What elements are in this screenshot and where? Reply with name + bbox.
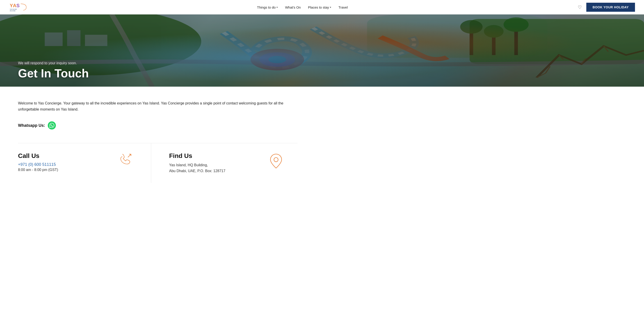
hero-subtitle: We will respond to your inquiry soon.: [18, 61, 89, 65]
whatsapp-label: Whatsapp Us:: [18, 123, 45, 128]
chevron-down-icon: ▾: [276, 6, 278, 9]
whatsapp-row: Whatsapp Us:: [18, 121, 298, 130]
location-icon-wrap: [268, 152, 284, 169]
hero-section: We will respond to your inquiry soon. Ge…: [0, 15, 644, 87]
phone-icon: [117, 153, 133, 169]
call-us-card: Call Us +971 (0) 600 511115 8:00 am - 8:…: [18, 143, 151, 183]
business-hours: 8:00 am - 8:00 pm (GST): [18, 168, 110, 172]
nav-things-to-do[interactable]: Things to do ▾: [257, 6, 278, 9]
svg-text:YAS ISLAND: YAS ISLAND: [10, 9, 17, 10]
svg-point-21: [274, 158, 278, 162]
book-holiday-button[interactable]: BOOK YOUR HOLIDAY: [586, 3, 635, 12]
svg-text:S: S: [16, 3, 20, 8]
nav-places-to-stay[interactable]: Places to stay ▾: [308, 6, 331, 9]
whatsapp-button[interactable]: [48, 121, 56, 130]
nav-whats-on[interactable]: What's On: [285, 6, 301, 9]
hero-title: Get In Touch: [18, 67, 89, 80]
phone-number[interactable]: +971 (0) 600 511115: [18, 162, 110, 167]
intro-paragraph: Welcome to Yas Concierge. Your gateway t…: [18, 100, 288, 112]
call-us-title: Call Us: [18, 152, 110, 159]
address-line1: Yas Island, HQ Building,: [169, 162, 262, 168]
nav-travel[interactable]: Travel: [338, 6, 348, 9]
hero-background: [0, 15, 644, 87]
nav-right: ♡ BOOK YOUR HOLIDAY: [578, 3, 635, 12]
chevron-down-icon-2: ▾: [330, 6, 331, 9]
logo[interactable]: Y A S YAS ISLAND ABU DHABI: [9, 2, 27, 13]
contact-cards: Call Us +971 (0) 600 511115 8:00 am - 8:…: [18, 143, 298, 183]
svg-text:A: A: [13, 3, 16, 8]
call-us-info: Call Us +971 (0) 600 511115 8:00 am - 8:…: [18, 152, 110, 172]
main-content: Welcome to Yas Concierge. Your gateway t…: [0, 87, 316, 196]
find-us-card: Find Us Yas Island, HQ Building, Abu Dha…: [151, 143, 298, 183]
hero-overlay: [0, 15, 644, 87]
find-us-title: Find Us: [169, 152, 262, 159]
location-pin-icon: [268, 153, 284, 169]
wishlist-icon[interactable]: ♡: [578, 5, 582, 10]
hero-text: We will respond to your inquiry soon. Ge…: [18, 61, 89, 80]
navbar: Y A S YAS ISLAND ABU DHABI Things to do …: [0, 0, 644, 15]
svg-text:ABU DHABI: ABU DHABI: [10, 10, 15, 12]
svg-text:Y: Y: [10, 3, 13, 8]
nav-links: Things to do ▾ What's On Places to stay …: [257, 6, 348, 9]
phone-icon-wrap: [117, 152, 133, 169]
address-line2: Abu Dhabi, UAE, P.O. Box: 128717: [169, 168, 262, 174]
find-us-info: Find Us Yas Island, HQ Building, Abu Dha…: [169, 152, 262, 174]
